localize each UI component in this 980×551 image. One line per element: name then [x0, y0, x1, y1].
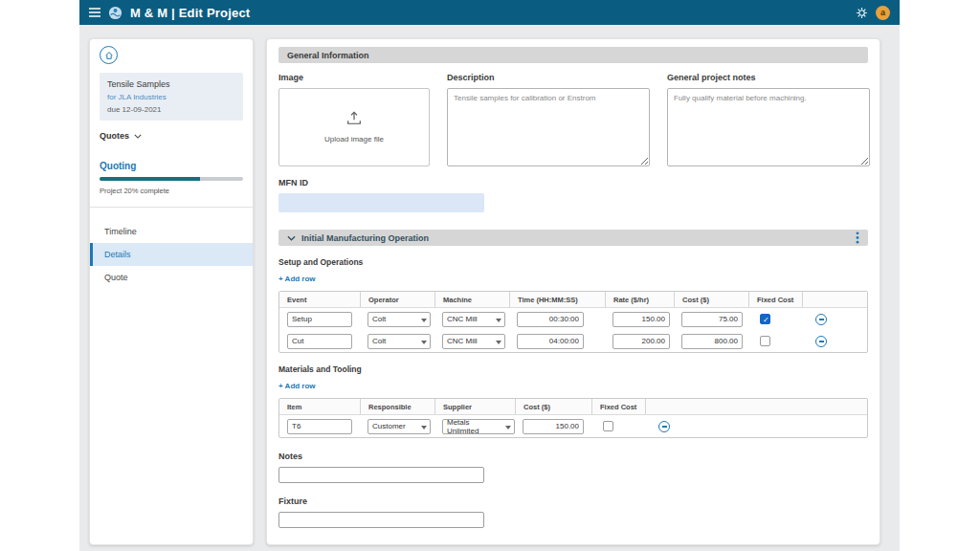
sidebar-nav: Timeline Details Quote [90, 220, 253, 289]
remove-row-button[interactable] [658, 421, 670, 432]
progress-text: Project 20% complete [100, 187, 243, 195]
materials-table: Item Responsible Supplier Cost ($) Fixed… [278, 398, 868, 438]
project-notes-column: General project notes Fully qualify mate… [667, 73, 870, 166]
machine-select[interactable]: CNC Mill [442, 312, 505, 327]
mfn-id-input[interactable] [278, 193, 484, 212]
avatar-letter: a [880, 8, 885, 17]
responsible-select[interactable]: Customer [368, 419, 431, 434]
column-header-machine: Machine [434, 292, 509, 307]
table-row: Colt CNC Mill [279, 330, 867, 352]
general-project-notes-label: General project notes [667, 73, 870, 82]
chevron-down-icon [421, 426, 427, 430]
item-input[interactable] [287, 419, 352, 434]
notes-input[interactable] [278, 467, 484, 483]
operator-select[interactable]: Colt [368, 334, 431, 349]
home-icon [104, 47, 114, 64]
sidebar-item-quote[interactable]: Quote [90, 266, 253, 289]
cost-input[interactable] [681, 334, 743, 349]
mfn-id-label: MFN ID [278, 178, 868, 187]
page-title: M & M | Edit Project [130, 6, 250, 20]
section-general-information: General Information [278, 47, 868, 63]
gear-icon[interactable] [856, 7, 868, 19]
fixed-cost-checkbox[interactable] [603, 421, 613, 431]
fixture-input[interactable] [278, 512, 484, 528]
remove-row-button[interactable] [815, 336, 827, 347]
chevron-down-icon [496, 319, 501, 322]
operations-table: Event Operator Machine Time (HH:MM:SS) R… [278, 291, 868, 353]
page: M & M | Edit Project a [0, 0, 980, 551]
rate-input[interactable] [612, 312, 670, 327]
app-logo-icon [108, 6, 122, 20]
quotes-toggle[interactable]: Quotes [100, 131, 243, 141]
operations-table-header: Event Operator Machine Time (HH:MM:SS) R… [279, 292, 867, 308]
top-bar: M & M | Edit Project a [79, 0, 900, 25]
quotes-label: Quotes [100, 131, 129, 141]
remove-row-button[interactable] [815, 314, 827, 325]
machine-select[interactable]: CNC Mill [442, 334, 505, 349]
column-header-cost: Cost ($) [515, 399, 591, 414]
time-input[interactable] [517, 312, 584, 327]
initial-manufacturing-operation-title: Initial Manufacturing Operation [301, 233, 429, 243]
column-header-rate: Rate ($/hr) [605, 292, 674, 307]
table-row: Customer Metals Unlimited [279, 415, 867, 437]
column-header-actions [645, 399, 867, 414]
upload-icon [345, 111, 363, 129]
event-input[interactable] [287, 334, 352, 349]
image-upload-dropzone[interactable]: Upload image file [278, 88, 430, 166]
time-input[interactable] [517, 334, 584, 349]
description-label: Description [447, 73, 650, 82]
general-information-title: General Information [287, 51, 369, 60]
operator-select-value: Colt [372, 315, 386, 323]
sidebar-item-timeline[interactable]: Timeline [90, 220, 253, 243]
avatar[interactable]: a [876, 6, 890, 20]
chevron-down-icon [421, 319, 427, 322]
rate-input[interactable] [612, 334, 670, 349]
column-header-supplier: Supplier [434, 399, 515, 414]
home-button[interactable] [100, 46, 118, 64]
chevron-down-icon [496, 341, 501, 344]
machine-select-value: CNC Mill [447, 315, 478, 323]
project-due-date: due 12-09-2021 [107, 105, 235, 114]
app-body: Tensile Samples for JLA Industries due 1… [79, 25, 900, 551]
event-input[interactable] [287, 312, 352, 327]
project-client-link[interactable]: for JLA Industries [107, 93, 235, 101]
supplier-select[interactable]: Metals Unlimited [442, 419, 515, 434]
section-initial-manufacturing-operation[interactable]: Initial Manufacturing Operation [278, 230, 868, 246]
chevron-down-icon [287, 235, 296, 241]
app-window: M & M | Edit Project a [79, 0, 900, 551]
add-operation-row-link[interactable]: + Add row [278, 275, 316, 283]
cost-input[interactable] [681, 312, 743, 327]
fixture-label: Fixture [278, 496, 868, 506]
chevron-down-icon [505, 426, 511, 430]
column-header-fixed-cost: Fixed Cost [591, 399, 645, 414]
description-column: Description Tensile samples for calibrat… [447, 73, 650, 166]
chevron-down-icon [134, 131, 142, 141]
sidebar-divider [90, 207, 253, 208]
table-row: Colt CNC Mill [279, 308, 867, 330]
column-header-time: Time (HH:MM:SS) [509, 292, 605, 307]
image-column: Image Up [278, 73, 430, 166]
materials-table-header: Item Responsible Supplier Cost ($) Fixed… [279, 399, 867, 415]
description-textarea[interactable]: Tensile samples for calibration or Enstr… [447, 88, 650, 166]
general-info-grid: Image Up [278, 73, 868, 166]
machine-select-value: CNC Mill [447, 337, 478, 345]
project-name: Tensile Samples [107, 79, 235, 89]
progress-bar-fill [100, 177, 200, 181]
kebab-menu-icon[interactable] [856, 231, 859, 244]
material-cost-input[interactable] [523, 419, 584, 434]
menu-icon[interactable] [89, 8, 100, 17]
general-project-notes-textarea[interactable]: Fully qualify material before machining. [667, 88, 870, 166]
responsible-select-value: Customer [372, 422, 406, 430]
add-material-row-link[interactable]: + Add row [278, 382, 316, 390]
operator-select[interactable]: Colt [368, 312, 431, 327]
image-label: Image [278, 73, 430, 82]
sidebar-item-details[interactable]: Details [90, 243, 253, 266]
column-header-event: Event [279, 292, 360, 307]
active-section-label[interactable]: Quoting [100, 161, 243, 171]
progress-bar [100, 177, 243, 181]
column-header-item: Item [279, 399, 360, 414]
chevron-down-icon [421, 341, 427, 344]
fixed-cost-checkbox[interactable] [760, 314, 770, 324]
notes-label: Notes [278, 452, 868, 461]
fixed-cost-checkbox[interactable] [760, 336, 770, 346]
